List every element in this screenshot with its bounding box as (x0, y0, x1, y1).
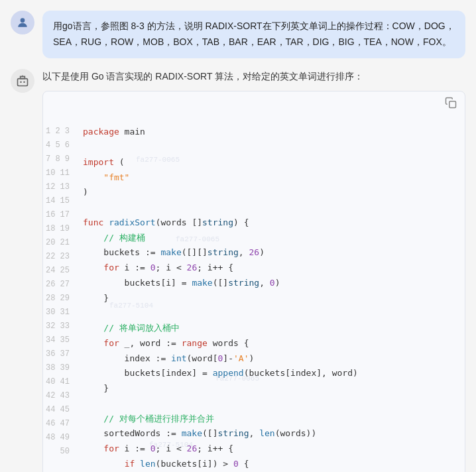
user-avatar (11, 11, 34, 34)
svg-point-3 (23, 81, 25, 83)
copy-button[interactable] (444, 95, 458, 110)
bot-intro-text: 以下是使用 Go 语言实现的 RADIX-SORT 算法，对给定的英文单词进行排… (42, 69, 465, 85)
code-header (43, 91, 465, 114)
code-block: 1 2 3 4 5 6 7 8 9 10 11 12 13 14 15 16 1… (42, 91, 465, 472)
code-text: package main import ( "fmt" ) func radix… (83, 125, 451, 472)
code-area: 1 2 3 4 5 6 7 8 9 10 11 12 13 14 15 16 1… (43, 114, 465, 472)
chat-container: 用go语言，参照图 8-3 的方法，说明 RADIX-SORT在下列英文单词上的… (0, 0, 476, 472)
bot-avatar (11, 69, 34, 93)
line-numbers: 1 2 3 4 5 6 7 8 9 10 11 12 13 14 15 16 1… (43, 125, 76, 459)
svg-point-0 (21, 18, 25, 23)
user-bubble: 用go语言，参照图 8-3 的方法，说明 RADIX-SORT在下列英文单词上的… (42, 11, 465, 58)
user-message-text: 用go语言，参照图 8-3 的方法，说明 RADIX-SORT在下列英文单词上的… (53, 21, 455, 47)
bot-bubble: 以下是使用 Go 语言实现的 RADIX-SORT 算法，对给定的英文单词进行排… (42, 69, 465, 472)
svg-rect-1 (18, 78, 28, 86)
svg-point-2 (20, 81, 22, 83)
bot-message-row: 以下是使用 Go 语言实现的 RADIX-SORT 算法，对给定的英文单词进行排… (0, 69, 476, 472)
user-message-row: 用go语言，参照图 8-3 的方法，说明 RADIX-SORT在下列英文单词上的… (0, 11, 476, 58)
svg-rect-5 (449, 101, 456, 108)
